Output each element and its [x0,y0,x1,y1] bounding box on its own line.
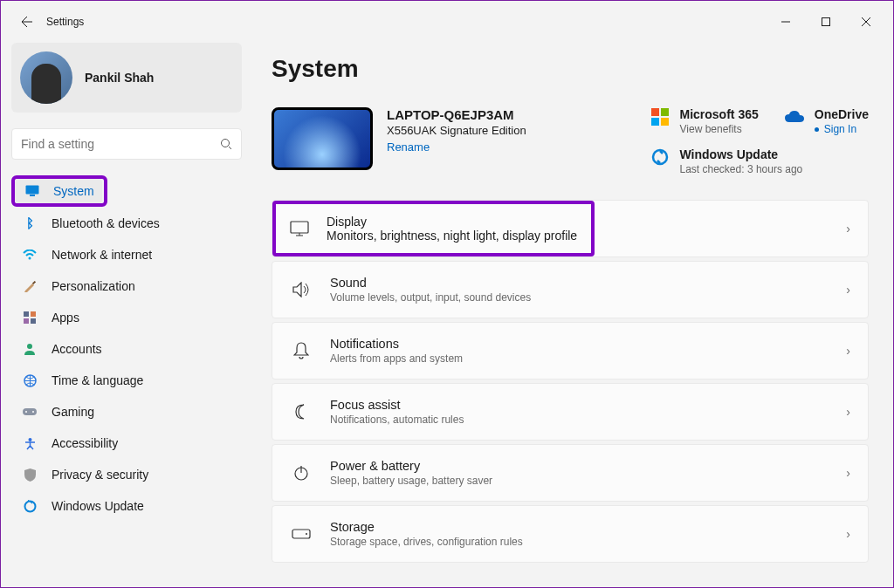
search-box[interactable] [11,128,242,160]
bell-icon [290,342,313,359]
promo-sub: View benefits [680,123,759,135]
avatar [20,51,72,104]
svg-point-21 [306,533,307,535]
sidebar: Pankil Shah System ᛒ Bluetooth & devices… [1,43,252,588]
card-desc: Monitors, brightness, night light, displ… [327,229,577,243]
highlight-display: Display Monitors, brightness, night ligh… [272,201,595,256]
chevron-right-icon: › [846,344,850,358]
sidebar-item-label: Gaming [52,405,94,419]
svg-rect-8 [24,318,29,324]
sidebar-item-bluetooth[interactable]: ᛒ Bluetooth & devices [11,207,242,239]
sidebar-item-label: Network & internet [52,248,152,262]
svg-rect-5 [32,281,36,284]
sidebar-item-system[interactable]: System [15,179,102,203]
sidebar-item-label: System [53,184,94,198]
card-desc: Alerts from apps and system [330,352,463,365]
update-icon [650,147,670,167]
sidebar-item-label: Bluetooth & devices [52,216,160,230]
sidebar-item-time[interactable]: Time & language [11,365,242,396]
maximize-button[interactable] [806,8,846,36]
card-title: Power & battery [330,459,492,473]
close-button[interactable] [846,8,886,36]
sidebar-item-accessibility[interactable]: Accessibility [11,427,242,459]
sidebar-item-label: Time & language [52,373,143,387]
promo-sub: Last checked: 3 hours ago [680,163,803,175]
sidebar-item-accounts[interactable]: Accounts [11,333,242,365]
sidebar-item-label: Apps [52,311,79,325]
svg-rect-18 [291,222,308,233]
svg-rect-0 [822,18,830,26]
chevron-right-icon: › [846,466,850,480]
promo-title: OneDrive [815,107,869,121]
bluetooth-icon: ᛒ [22,215,38,230]
content-area: System LAPTOP-Q6EJP3AM X556UAK Signature… [252,43,893,588]
sidebar-item-label: Accounts [52,342,102,356]
chevron-right-icon: › [846,405,850,419]
person-icon [22,343,38,355]
svg-point-13 [25,411,27,413]
settings-card-list: Display Monitors, brightness, night ligh… [272,200,869,563]
search-input[interactable] [21,137,220,151]
promo-title: Microsoft 365 [680,107,759,121]
card-desc: Storage space, drives, configuration rul… [330,536,523,548]
device-card: LAPTOP-Q6EJP3AM X556UAK Signature Editio… [272,107,526,175]
card-storage[interactable]: Storage Storage space, drives, configura… [272,505,869,563]
card-title: Focus assist [330,398,464,412]
svg-point-4 [29,257,31,260]
globe-icon [22,374,38,387]
sidebar-item-gaming[interactable]: Gaming [11,396,242,427]
card-display[interactable]: Display Monitors, brightness, night ligh… [272,200,869,257]
svg-rect-6 [24,311,29,317]
minimize-button[interactable] [766,8,806,36]
monitor-icon [25,185,39,197]
gamepad-icon [22,407,38,417]
sidebar-item-label: Windows Update [52,499,144,513]
device-name: LAPTOP-Q6EJP3AM [387,107,526,122]
promo-sub: Sign In [815,123,869,135]
svg-rect-3 [30,195,35,196]
page-title: System [272,55,869,83]
user-card[interactable]: Pankil Shah [11,43,242,113]
card-focus[interactable]: Focus assist Notifications, automatic ru… [272,383,869,441]
window-title: Settings [46,16,84,28]
card-power[interactable]: Power & battery Sleep, battery usage, ba… [272,444,869,502]
card-sound[interactable]: Sound Volume levels, output, input, soun… [272,261,869,318]
card-desc: Volume levels, output, input, sound devi… [330,291,531,304]
card-notifications[interactable]: Notifications Alerts from apps and syste… [272,322,869,379]
sidebar-item-personalization[interactable]: Personalization [11,270,242,302]
svg-rect-12 [23,408,37,415]
sidebar-item-apps[interactable]: Apps [11,302,242,333]
storage-icon [290,529,313,539]
highlight-system: System [11,175,107,207]
display-icon [290,221,309,236]
apps-icon [22,311,38,324]
svg-rect-9 [31,318,36,324]
rename-link[interactable]: Rename [387,140,430,154]
promo-m365[interactable]: Microsoft 365 View benefits [650,107,759,135]
search-icon [220,138,232,150]
shield-icon [22,468,38,482]
system-header: LAPTOP-Q6EJP3AM X556UAK Signature Editio… [272,107,869,175]
svg-rect-2 [26,186,39,195]
card-desc: Sleep, battery usage, battery saver [330,475,492,487]
promo-onedrive[interactable]: OneDrive Sign In [785,107,869,135]
svg-point-16 [24,501,35,511]
chevron-right-icon: › [846,527,850,541]
titlebar: Settings [1,1,893,43]
chevron-right-icon: › [846,283,850,297]
promo-update[interactable]: Windows Update Last checked: 3 hours ago [650,147,870,175]
card-title: Display [327,215,577,229]
sidebar-item-privacy[interactable]: Privacy & security [11,459,242,490]
svg-point-15 [28,438,31,441]
card-title: Sound [330,276,531,290]
update-icon [22,500,38,513]
svg-point-14 [32,411,34,413]
svg-point-10 [27,344,32,349]
paintbrush-icon [22,279,38,293]
sidebar-item-network[interactable]: Network & internet [11,239,242,270]
sidebar-item-update[interactable]: Windows Update [11,490,242,522]
back-button[interactable] [8,15,43,29]
user-name: Pankil Shah [85,71,154,85]
svg-point-1 [222,140,230,147]
wifi-icon [22,250,38,260]
